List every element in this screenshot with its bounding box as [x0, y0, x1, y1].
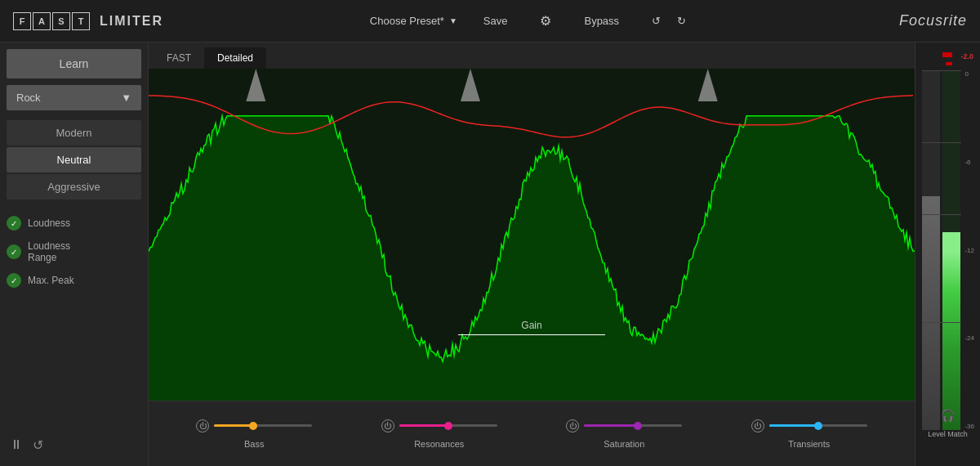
loudness-metric: ✓ Loudness	[7, 216, 141, 231]
scale-36: -36	[964, 423, 974, 430]
meter-fill-green	[942, 232, 960, 430]
bass-label: Bass	[244, 439, 264, 449]
meter-panel: -2.0 0 -6 -12 -24 -36	[915, 43, 980, 466]
saturation-power-button[interactable]: ⏻	[566, 419, 579, 432]
tab-detailed[interactable]: Detailed	[204, 47, 266, 69]
gain-line	[458, 334, 605, 335]
saturation-slider[interactable]	[584, 424, 682, 427]
meter-fill-gray	[922, 196, 940, 430]
gain-label: Gain	[458, 320, 605, 335]
meter-bar-green	[942, 70, 960, 430]
header: F A S T LIMITER Choose Preset* ▼ Save ⚙ …	[0, 0, 980, 43]
logo-container: F A S T LIMITER	[13, 12, 163, 30]
transients-slider[interactable]	[769, 424, 867, 427]
logo-letter-f: F	[13, 12, 31, 30]
scale-24: -24	[964, 334, 974, 342]
logo-letter-s: S	[52, 12, 70, 30]
meter-scale: 0 -6 -12 -24 -36	[964, 70, 974, 430]
scale-6: -6	[964, 159, 974, 166]
main-layout: Learn Rock ▼ Modern Neutral Aggressive ✓…	[0, 43, 980, 466]
preset-label: Choose Preset*	[370, 15, 444, 27]
style-modern[interactable]: Modern	[7, 120, 141, 146]
focusrite-logo: Focusrite	[899, 12, 967, 29]
bass-control-top: ⏻	[196, 419, 312, 432]
max-peak-metric: ✓ Max. Peak	[7, 273, 141, 288]
style-aggressive[interactable]: Aggressive	[7, 174, 141, 199]
logo-letter-t: T	[72, 12, 90, 30]
db-minus2-label: -2.0	[960, 52, 973, 60]
scale-0: 0	[964, 70, 974, 78]
resonances-control-top: ⏻	[381, 419, 497, 432]
max-peak-check-icon: ✓	[7, 273, 21, 288]
resonances-slider[interactable]	[399, 424, 497, 427]
undo-button[interactable]: ↺	[645, 11, 667, 30]
saturation-control-top: ⏻	[566, 419, 682, 432]
sidebar: Learn Rock ▼ Modern Neutral Aggressive ✓…	[0, 43, 149, 466]
tabs-bar: FAST Detailed	[149, 43, 915, 69]
scale-line-0	[922, 70, 961, 71]
tab-fast[interactable]: FAST	[154, 47, 204, 69]
logo-letters: F A S T	[13, 12, 90, 30]
meter-bars	[922, 70, 960, 430]
pause-icon[interactable]: ⏸	[10, 437, 23, 453]
style-options-list: Modern Neutral Aggressive	[7, 120, 141, 199]
learn-button[interactable]: Learn	[7, 49, 141, 78]
transients-control-top: ⏻	[751, 419, 867, 432]
settings-icon[interactable]: ⚙	[533, 10, 558, 32]
save-button[interactable]: Save	[477, 11, 514, 30]
max-peak-label: Max. Peak	[28, 275, 74, 286]
resonances-label: Resonances	[414, 439, 464, 449]
level-match-label: Level Match	[928, 430, 968, 438]
bass-slider[interactable]	[214, 424, 312, 427]
header-center: Choose Preset* ▼ Save ⚙ Bypass ↺ ↻	[163, 10, 899, 32]
genre-dropdown[interactable]: Rock ▼	[7, 85, 141, 110]
bass-control: ⏻ Bass	[196, 419, 312, 449]
loudness-range-check-icon: ✓	[7, 244, 21, 259]
resonances-power-button[interactable]: ⏻	[381, 419, 394, 432]
bypass-button[interactable]: Bypass	[577, 11, 626, 30]
center-panel: FAST Detailed Gain ⏻ Bass	[149, 43, 915, 466]
genre-dropdown-button[interactable]: Rock ▼	[7, 85, 141, 110]
clip-indicator	[942, 52, 952, 57]
waveform-canvas	[149, 69, 915, 401]
waveform-area: Gain	[149, 69, 915, 401]
sidebar-bottom-controls: ⏸ ↺	[7, 431, 141, 459]
genre-dropdown-arrow: ▼	[121, 92, 131, 104]
preset-selector[interactable]: Choose Preset* ▼	[370, 15, 457, 27]
logo-title: LIMITER	[100, 14, 163, 29]
metrics-panel: ✓ Loudness ✓ LoudnessRange ✓ Max. Peak	[7, 216, 141, 288]
scale-line-12	[922, 214, 961, 215]
bass-power-button[interactable]: ⏻	[196, 419, 209, 432]
undo-redo-group: ↺ ↻	[645, 11, 693, 30]
saturation-label: Saturation	[604, 439, 644, 449]
loudness-label: Loudness	[28, 217, 70, 229]
transients-power-button[interactable]: ⏻	[751, 419, 764, 432]
scale-12: -12	[964, 247, 974, 254]
transients-label: Transients	[788, 439, 830, 449]
transients-control: ⏻ Transients	[751, 419, 867, 449]
refresh-icon[interactable]: ↺	[33, 437, 43, 453]
loudness-check-icon: ✓	[7, 216, 21, 231]
loudness-range-metric: ✓ LoudnessRange	[7, 240, 141, 263]
clip-mark	[946, 62, 952, 65]
headphone-icon[interactable]: 🎧	[941, 409, 955, 422]
genre-value: Rock	[16, 92, 41, 104]
logo-letter-a: A	[33, 12, 51, 30]
scale-line-24	[922, 322, 961, 323]
style-neutral[interactable]: Neutral	[7, 147, 141, 173]
redo-button[interactable]: ↻	[670, 11, 693, 30]
resonances-control: ⏻ Resonances	[381, 419, 497, 449]
meter-bar-gray	[922, 70, 940, 430]
saturation-control: ⏻ Saturation	[566, 419, 682, 449]
loudness-range-label: LoudnessRange	[28, 240, 70, 263]
preset-arrow-icon: ▼	[449, 16, 457, 25]
scale-line-6	[922, 142, 961, 143]
controls-bar: ⏻ Bass ⏻ Resonances	[149, 401, 915, 466]
